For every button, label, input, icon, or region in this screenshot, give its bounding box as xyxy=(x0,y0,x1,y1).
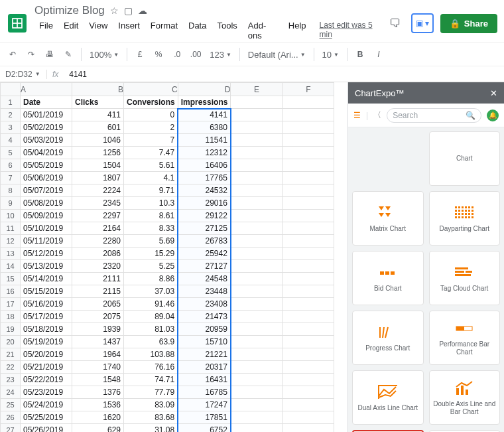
decrease-decimal-icon[interactable]: .0 xyxy=(168,46,186,63)
cell-date[interactable]: 05/22/2019 xyxy=(21,374,72,386)
cell-impressions[interactable]: 16406 xyxy=(178,159,231,172)
menu-add-ons[interactable]: Add-ons xyxy=(243,19,283,42)
cell-impressions[interactable]: 6752 xyxy=(178,424,231,433)
cell-conversions[interactable]: 63.9 xyxy=(124,336,178,348)
close-icon[interactable]: ✕ xyxy=(490,88,497,98)
cell-conversions[interactable]: 31.08 xyxy=(124,424,178,433)
cell-date[interactable]: 05/15/2019 xyxy=(21,285,72,298)
cell-date[interactable]: 05/10/2019 xyxy=(21,222,72,235)
row-header[interactable]: 23 xyxy=(1,374,21,386)
row-header[interactable]: 26 xyxy=(1,411,21,424)
cell-impressions[interactable]: 27127 xyxy=(178,260,231,273)
sheets-logo[interactable] xyxy=(7,13,28,34)
cell-clicks[interactable]: 2345 xyxy=(72,197,124,210)
row-header[interactable]: 11 xyxy=(1,222,21,235)
cell-conversions[interactable]: 2 xyxy=(124,121,178,134)
row-header[interactable]: 1 xyxy=(1,96,21,109)
cell-clicks[interactable]: 1620 xyxy=(72,411,124,424)
col-header-F[interactable]: F xyxy=(283,83,334,96)
cell-conversions[interactable]: 4.1 xyxy=(124,172,178,184)
cell-impressions[interactable]: 27125 xyxy=(178,222,231,235)
cell-clicks[interactable]: 1256 xyxy=(72,147,124,159)
cell-date[interactable]: 05/09/2019 xyxy=(21,210,72,222)
cell-date[interactable]: 05/23/2019 xyxy=(21,386,72,399)
cell-impressions[interactable]: 29016 xyxy=(178,197,231,210)
cell-conversions[interactable]: 81.03 xyxy=(124,323,178,336)
back-icon[interactable]: 〈 xyxy=(373,109,381,121)
col-header-C[interactable]: C xyxy=(124,83,178,96)
col-header-D[interactable]: D xyxy=(178,83,231,96)
cell-date[interactable]: 05/16/2019 xyxy=(21,298,72,311)
cell-clicks[interactable]: 2111 xyxy=(72,273,124,285)
cell-conversions[interactable]: 76.16 xyxy=(124,361,178,374)
cell-conversions[interactable]: 103.88 xyxy=(124,348,178,361)
cell-conversions[interactable]: 0 xyxy=(124,109,178,121)
cell-conversions[interactable]: 15.29 xyxy=(124,248,178,260)
cell-impressions[interactable]: 21221 xyxy=(178,348,231,361)
menu-view[interactable]: View xyxy=(84,19,112,42)
header-clicks[interactable]: Clicks xyxy=(72,96,124,109)
present-button[interactable]: ▣ ▾ xyxy=(411,13,434,33)
cell-conversions[interactable]: 83.09 xyxy=(124,399,178,411)
move-icon[interactable]: ▢ xyxy=(124,5,133,16)
cell-conversions[interactable]: 83.68 xyxy=(124,411,178,424)
zoom-dropdown[interactable]: 100%▼ xyxy=(86,50,123,60)
row-header[interactable]: 12 xyxy=(1,235,21,248)
star-icon[interactable]: ☆ xyxy=(110,5,119,16)
comments-icon[interactable]: 🗨 xyxy=(386,14,405,33)
cell-conversions[interactable]: 5.61 xyxy=(124,159,178,172)
row-header[interactable]: 27 xyxy=(1,424,21,433)
increase-decimal-icon[interactable]: .00 xyxy=(187,46,204,63)
font-dropdown[interactable]: Default (Ari...▼ xyxy=(244,50,310,60)
cell-clicks[interactable]: 2280 xyxy=(72,235,124,248)
cell-conversions[interactable]: 37.03 xyxy=(124,285,178,298)
row-header[interactable]: 9 xyxy=(1,197,21,210)
print-icon[interactable]: 🖶 xyxy=(41,46,58,63)
chart-card-bid-chart[interactable]: Bid Chart xyxy=(352,251,424,305)
row-header[interactable]: 10 xyxy=(1,210,21,222)
menu-format[interactable]: Format xyxy=(146,19,182,42)
redo-icon[interactable]: ↷ xyxy=(23,46,40,63)
cell-conversions[interactable]: 7 xyxy=(124,134,178,147)
cell-clicks[interactable]: 411 xyxy=(72,109,124,121)
cell-impressions[interactable]: 20959 xyxy=(178,323,231,336)
row-header[interactable]: 13 xyxy=(1,248,21,260)
cell-date[interactable]: 05/24/2019 xyxy=(21,399,72,411)
cell-conversions[interactable]: 74.71 xyxy=(124,374,178,386)
cell-date[interactable]: 05/20/2019 xyxy=(21,348,72,361)
cell-impressions[interactable]: 25942 xyxy=(178,248,231,260)
row-header[interactable]: 25 xyxy=(1,399,21,411)
header-date[interactable]: Date xyxy=(21,96,72,109)
cell-clicks[interactable]: 1376 xyxy=(72,386,124,399)
row-header[interactable]: 16 xyxy=(1,285,21,298)
cell-impressions[interactable]: 29122 xyxy=(178,210,231,222)
cell-clicks[interactable]: 2164 xyxy=(72,222,124,235)
cell-impressions[interactable]: 12312 xyxy=(178,147,231,159)
cell-conversions[interactable]: 5.25 xyxy=(124,260,178,273)
cell-date[interactable]: 05/08/2019 xyxy=(21,197,72,210)
col-header-E[interactable]: E xyxy=(231,83,283,96)
cell-clicks[interactable]: 1046 xyxy=(72,134,124,147)
cell-impressions[interactable]: 23448 xyxy=(178,285,231,298)
menu-data[interactable]: Data xyxy=(184,19,211,42)
share-button[interactable]: 🔒 Share xyxy=(440,14,497,33)
cell-date[interactable]: 05/01/2019 xyxy=(21,109,72,121)
row-header[interactable]: 6 xyxy=(1,159,21,172)
cell-date[interactable]: 05/26/2019 xyxy=(21,424,72,433)
cell-clicks[interactable]: 1807 xyxy=(72,172,124,184)
formula-value[interactable]: 4141 xyxy=(64,70,92,79)
percent-icon[interactable]: % xyxy=(150,46,167,63)
cell-date[interactable]: 05/14/2019 xyxy=(21,273,72,285)
menu-insert[interactable]: Insert xyxy=(113,19,145,42)
cell-impressions[interactable]: 4141 xyxy=(178,109,231,121)
cell-conversions[interactable]: 91.46 xyxy=(124,298,178,311)
cell-date[interactable]: 05/04/2019 xyxy=(21,147,72,159)
cell-date[interactable]: 05/07/2019 xyxy=(21,184,72,197)
row-header[interactable]: 18 xyxy=(1,311,21,323)
cell-clicks[interactable]: 1548 xyxy=(72,374,124,386)
cell-clicks[interactable]: 2297 xyxy=(72,210,124,222)
cell-date[interactable]: 05/17/2019 xyxy=(21,311,72,323)
cell-date[interactable]: 05/25/2019 xyxy=(21,411,72,424)
cell-impressions[interactable]: 24532 xyxy=(178,184,231,197)
cell-impressions[interactable]: 16785 xyxy=(178,386,231,399)
